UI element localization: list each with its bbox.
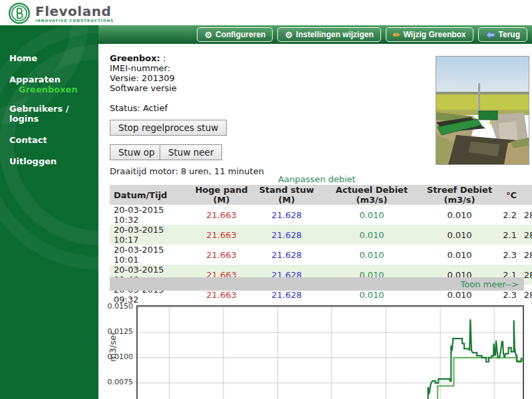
sidebar-item-gebruikers-logins[interactable]: Gebruikers / logins <box>0 104 98 124</box>
software-line: Software versie <box>110 83 177 93</box>
table-cell: 2.1 <box>497 225 519 245</box>
status-line: Status: Actief <box>110 103 168 113</box>
sidebar-item-apparaten[interactable]: Apparaten <box>0 74 98 84</box>
table-head: Datum/TijdHoge pand (M)Stand stuw (M)Act… <box>110 185 532 205</box>
chart-series-actueel-debiet <box>428 319 523 399</box>
stop-regelproces-button[interactable]: Stop regelproces stuw <box>110 120 227 136</box>
table-row: 20-03-2015 10:0121.66321.6280.0100.0102.… <box>110 245 532 265</box>
table-cell: 2.3 <box>497 245 519 265</box>
greenbox-label: Greenbox: <box>110 53 160 63</box>
sidebar-item-contact[interactable]: Contact <box>0 135 98 145</box>
table-cell: 21.628 <box>252 245 321 265</box>
y-tick-label: 0.0075 <box>105 378 133 386</box>
sidebar-item-uitloggen[interactable]: Uitloggen <box>0 156 98 166</box>
y-tick-label: 0.0150 <box>105 302 133 311</box>
y-tick-label: 0.0100 <box>105 352 133 361</box>
chart-plot-area <box>138 307 523 399</box>
pencil-icon: ✏ <box>393 31 400 39</box>
sidebar-item-home[interactable]: Home <box>0 53 98 63</box>
page: Flevoland INNOVATIVE CONSTRUCTIONS ⚙ Con… <box>0 0 532 399</box>
table-cell: 20-03-2015 10:01 <box>110 245 191 265</box>
gear-icon: ⚙ <box>204 31 212 39</box>
table-cell: 0.010 <box>422 245 497 265</box>
logo-text: Flevoland INNOVATIVE CONSTRUCTIONS <box>35 5 114 23</box>
top-band: Flevoland INNOVATIVE CONSTRUCTIONS <box>0 0 532 25</box>
debiet-chart <box>136 305 524 399</box>
terug-button[interactable]: Terug <box>478 27 527 42</box>
brand-tagline: INNOVATIVE CONSTRUCTIONS <box>35 19 114 23</box>
sidebar-item-greenboxen[interactable]: Greenboxen <box>0 84 98 94</box>
table-header-cell: Hoge pand (M) <box>191 185 252 205</box>
table-header-cell: Datum/Tijd <box>110 185 191 205</box>
wijzig-greenbox-button[interactable]: ✏ Wijzig Greenbox <box>386 27 473 42</box>
imei-line: IMEI-nummer: <box>110 63 177 73</box>
table-footer-bar: Toon meer--> <box>110 277 524 291</box>
table-cell: 28.00 <box>519 205 532 225</box>
table-header-row: Datum/TijdHoge pand (M)Stand stuw (M)Act… <box>110 185 532 205</box>
versie-line: Versie: 201309 <box>110 73 177 83</box>
instellingen-label: Instellingen wijzigen <box>296 30 374 39</box>
table-header-cell: °C <box>497 185 519 205</box>
wijzig-greenbox-label: Wijzig Greenbox <box>404 30 466 39</box>
configureren-button[interactable]: ⚙ Configureren <box>197 27 273 42</box>
table-cell: 2.2 <box>497 205 519 225</box>
flevoland-logo: Flevoland INNOVATIVE CONSTRUCTIONS <box>8 2 114 25</box>
greenbox-weir-photo <box>436 56 529 165</box>
y-tick-label: 0.0125 <box>105 327 133 336</box>
table-cell: 28.00 <box>519 225 532 245</box>
table-header-cell: Streef Debiet (m3/s) <box>422 185 497 205</box>
gear-icon: ⚙ <box>285 31 293 39</box>
aanpassen-debiet-wrap: Aanpassen debiet <box>110 172 524 185</box>
table-cell: 21.628 <box>252 205 321 225</box>
table-cell: 21.628 <box>252 225 321 245</box>
table-cell: 0.010 <box>321 225 422 245</box>
table-cell: 0.010 <box>321 205 422 225</box>
greenbox-line: Greenbox: : <box>110 53 177 63</box>
table-cell: 21.663 <box>191 225 252 245</box>
aanpassen-debiet-link[interactable]: Aanpassen debiet <box>278 174 355 184</box>
greenbox-info: Greenbox: : IMEI-nummer: Versie: 201309 … <box>110 53 177 93</box>
table-cell: 20-03-2015 10:32 <box>110 205 191 225</box>
toon-meer-link[interactable]: Toon meer--> <box>461 279 519 289</box>
table-header-cell: V <box>519 185 532 205</box>
sidebar: Home Apparaten Greenboxen Gebruikers / l… <box>0 25 98 399</box>
configureren-label: Configureren <box>215 30 265 39</box>
table-cell: 0.010 <box>422 225 497 245</box>
instellingen-wijzigen-button[interactable]: ⚙ Instellingen wijzigen <box>277 27 380 42</box>
brand-name: Flevoland <box>35 5 114 18</box>
table-row: 20-03-2015 10:1721.66321.6280.0100.0102.… <box>110 225 532 245</box>
table-cell: 0.010 <box>321 245 422 265</box>
table-cell: 20-03-2015 10:17 <box>110 225 191 245</box>
table-cell: 21.663 <box>191 205 252 225</box>
table-row: 20-03-2015 10:3221.66321.6280.0100.0102.… <box>110 205 532 225</box>
sidebar-nav: Home Apparaten Greenboxen Gebruikers / l… <box>0 25 98 166</box>
table-header-cell: Actueel Debiet (m3/s) <box>321 185 422 205</box>
stuw-op-button[interactable]: Stuw op <box>110 144 164 160</box>
stuw-neer-button[interactable]: Stuw neer <box>160 144 222 160</box>
table-cell: 21.663 <box>191 245 252 265</box>
arrow-left-icon <box>485 31 495 39</box>
flevoland-logo-icon <box>8 2 31 25</box>
table-cell: 28.00 <box>519 245 532 265</box>
table-cell: 0.010 <box>422 205 497 225</box>
greenbox-value: : <box>163 53 166 63</box>
table-header-cell: Stand stuw (M) <box>252 185 321 205</box>
toolbar: ⚙ Configureren ⚙ Instellingen wijzigen ✏… <box>197 27 527 42</box>
terug-label: Terug <box>499 30 520 39</box>
